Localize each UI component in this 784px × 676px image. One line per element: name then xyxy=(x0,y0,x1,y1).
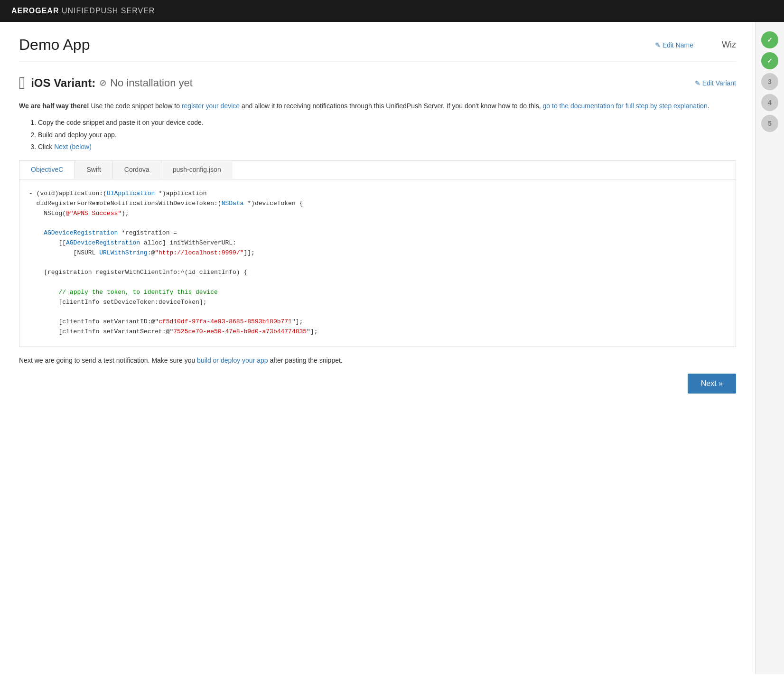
blocked-icon: ⊘ xyxy=(99,78,106,88)
next-button[interactable]: Next » xyxy=(688,374,736,394)
register-device-link[interactable]: register your device xyxy=(182,102,240,110)
tab-objectivec[interactable]: ObjectiveC xyxy=(19,161,75,179)
build-deploy-link[interactable]: build or deploy your app xyxy=(197,357,268,364)
variant-title: iOS Variant: ⊘ No installation yet xyxy=(31,76,193,90)
brand-logo: AEROGEAR UNIFIEDPUSH SERVER xyxy=(11,7,155,15)
wizard-step-3: 3 xyxy=(761,73,778,90)
wizard-step-1: ✓ xyxy=(761,31,778,48)
code-block: - (void)application:(UIApplication *)app… xyxy=(19,179,736,347)
tab-swift[interactable]: Swift xyxy=(75,161,112,179)
step-1-text: Copy the code snippet and paste it on yo… xyxy=(38,119,204,126)
code-line-10 xyxy=(29,278,726,288)
step-3-text: Click xyxy=(38,143,54,150)
main-layout: Demo App ✎ Edit Name Wiz  iOS Variant: … xyxy=(0,22,784,674)
wizard-step-5: 5 xyxy=(761,115,778,132)
brand-name-bold: AEROGEAR xyxy=(11,7,59,15)
apple-icon:  xyxy=(19,73,25,93)
tab-pushconfig[interactable]: push-config.json xyxy=(161,161,233,179)
main-content: Demo App ✎ Edit Name Wiz  iOS Variant: … xyxy=(0,22,756,674)
page-title-row: Demo App ✎ Edit Name Wiz xyxy=(19,36,736,62)
step-3: Click Next (below) xyxy=(38,141,736,153)
code-tabs: ObjectiveC Swift Cordova push-config.jso… xyxy=(19,160,736,179)
code-line-8 xyxy=(29,258,726,268)
app-header: AEROGEAR UNIFIEDPUSH SERVER xyxy=(0,0,784,22)
steps-list: Copy the code snippet and paste it on yo… xyxy=(38,117,736,153)
next-below-link[interactable]: Next (below) xyxy=(54,143,92,150)
code-line-1: - (void)application:(UIApplication *)app… xyxy=(29,189,726,199)
description-bold: We are half way there! xyxy=(19,102,89,110)
step-1: Copy the code snippet and paste it on yo… xyxy=(38,117,736,129)
next-button-row: Next » xyxy=(19,374,736,403)
footer-text2: after pasting the snippet. xyxy=(268,357,343,364)
code-line-9: [registration registerWithClientInfo:^(i… xyxy=(29,268,726,278)
tab-cordova[interactable]: Cordova xyxy=(113,161,161,179)
code-line-15: [clientInfo setVariantSecret:@"7525ce70-… xyxy=(29,327,726,337)
code-line-4 xyxy=(29,218,726,228)
description-text3: . xyxy=(708,102,709,110)
description-text2: and allow it to receiving notifications … xyxy=(240,102,542,110)
code-line-3: NSLog(@"APNS Success"); xyxy=(29,209,726,219)
variant-header:  iOS Variant: ⊘ No installation yet ✎ E… xyxy=(19,73,736,93)
code-line-11: // apply the token, to identify this dev… xyxy=(29,288,726,298)
edit-name-link[interactable]: ✎ Edit Name xyxy=(655,41,693,49)
code-line-14: [clientInfo setVariantID:@"cf5d10df-97fa… xyxy=(29,317,726,327)
code-line-13 xyxy=(29,308,726,318)
edit-variant-link[interactable]: ✎ Edit Variant xyxy=(695,79,736,87)
code-line-12: [clientInfo setDeviceToken:deviceToken]; xyxy=(29,298,726,308)
step-2-text: Build and deploy your app. xyxy=(38,131,117,139)
code-line-7: [NSURL URLWithString:@"http://localhost:… xyxy=(29,248,726,258)
footer-text: Next we are going to send a test notific… xyxy=(19,357,736,364)
no-install-text: No installation yet xyxy=(110,77,193,89)
code-line-6: [[AGDeviceRegistration alloc] initWithSe… xyxy=(29,238,726,248)
description-text1: Use the code snippet below to xyxy=(89,102,182,110)
variant-title-text: iOS Variant: xyxy=(31,76,95,90)
wizard-step-4: 4 xyxy=(761,94,778,111)
wizard-step-2: ✓ xyxy=(761,52,778,69)
brand-name-rest: UNIFIEDPUSH SERVER xyxy=(59,7,155,15)
footer-text1: Next we are going to send a test notific… xyxy=(19,357,197,364)
wiz-header-label: Wiz xyxy=(712,40,736,50)
variant-title-left:  iOS Variant: ⊘ No installation yet xyxy=(19,73,193,93)
step-2: Build and deploy your app. xyxy=(38,129,736,141)
code-line-2: didRegisterForRemoteNotificationsWithDev… xyxy=(29,199,726,209)
documentation-link[interactable]: go to the documentation for full step by… xyxy=(543,102,708,110)
page-title: Demo App xyxy=(19,36,90,54)
wizard-sidebar: ✓ ✓ 3 4 5 xyxy=(756,22,784,674)
code-line-5: AGDeviceRegistration *registration = xyxy=(29,228,726,238)
description-text: We are half way there! Use the code snip… xyxy=(19,101,736,111)
